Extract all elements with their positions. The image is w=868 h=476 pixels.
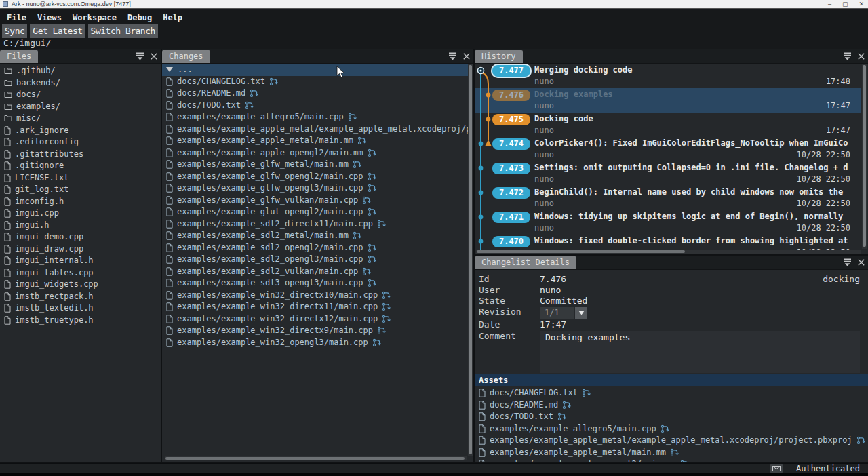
close-icon[interactable]	[463, 53, 470, 60]
file-tree-item[interactable]: imgui.cpp	[0, 207, 161, 220]
expander-triangle-icon[interactable]	[166, 66, 173, 73]
changed-file-row[interactable]: examples/example_sdl2_opengl3/main.cpp	[162, 254, 473, 266]
changed-file-row[interactable]: examples/example_win32_directx12/main.cp…	[162, 313, 473, 325]
filter-icon[interactable]	[136, 52, 144, 60]
maximize-button[interactable]: ▢	[842, 0, 848, 9]
changed-file-row[interactable]: examples/example_apple_metal/example_app…	[162, 123, 473, 136]
changes-vertical-scrollbar[interactable]	[468, 64, 473, 456]
menu-item-help[interactable]: Help	[157, 12, 188, 24]
file-tree-item[interactable]: .ark_ignore	[0, 125, 161, 137]
changed-file-row[interactable]: examples/example_apple_opengl2/main.mm	[162, 147, 473, 159]
history-vertical-scrollbar[interactable]	[862, 64, 867, 249]
panel-close-button[interactable]	[151, 53, 157, 60]
file-tree-item[interactable]: examples/	[0, 101, 161, 113]
asset-file-row[interactable]: examples/example_apple_opengl2/main.mm	[475, 458, 868, 462]
history-horizontal-scrollbar[interactable]	[476, 250, 861, 254]
changed-file-row[interactable]: examples/example_sdl2_vulkan/main.cpp	[162, 266, 473, 278]
toolbar-button-get-latest[interactable]: Get Latest	[30, 24, 85, 38]
tab-changelist-details[interactable]: Changelist Details	[475, 256, 576, 269]
asset-file-row[interactable]: examples/example_apple_metal/example_app…	[475, 435, 868, 447]
file-tree-item[interactable]: LICENSE.txt	[0, 172, 161, 184]
revision-select[interactable]: 1/1	[540, 307, 574, 319]
close-icon[interactable]	[858, 259, 865, 266]
tab-changes[interactable]: Changes	[162, 50, 210, 63]
tab-files[interactable]: Files	[0, 50, 38, 63]
panel-filter-button[interactable]	[136, 52, 144, 60]
asset-file-row[interactable]: docs/TODO.txt	[475, 411, 868, 423]
file-tree-item[interactable]: imstb_truetype.h	[0, 315, 161, 327]
changed-file-row[interactable]: examples/example_apple_metal/main.mm	[162, 135, 473, 147]
menu-item-workspace[interactable]: Workspace	[67, 12, 122, 24]
changed-file-row[interactable]: examples/example_win32_directx11/main.cp…	[162, 301, 473, 313]
changed-file-row[interactable]: examples/example_allegro5/main.cpp	[162, 111, 473, 123]
file-tree-item[interactable]: backends/	[0, 77, 161, 90]
minimize-button[interactable]: –	[828, 0, 831, 9]
panel-close-button[interactable]	[858, 259, 865, 266]
filter-icon[interactable]	[843, 258, 852, 266]
changed-file-row[interactable]: examples/example_sdl2_metal/main.mm	[162, 230, 473, 242]
file-tree-item[interactable]: .gitattributes	[0, 148, 161, 161]
close-icon[interactable]	[151, 53, 157, 60]
comment-textbox[interactable]: Docking examples	[540, 331, 860, 373]
changes-root-row[interactable]: ...	[162, 64, 473, 76]
file-tree-item[interactable]: imconfig.h	[0, 196, 161, 208]
panel-close-button[interactable]	[858, 53, 865, 60]
changed-file-row[interactable]: examples/example_glfw_vulkan/main.cpp	[162, 195, 473, 207]
changed-file-row[interactable]: examples/example_glfw_metal/main.mm	[162, 159, 473, 171]
file-tree-item[interactable]: .github/	[0, 65, 161, 77]
file-tree-item[interactable]: imgui_demo.cpp	[0, 231, 161, 243]
changed-file-row[interactable]: examples/example_win32_directx10/main.cp…	[162, 290, 473, 302]
file-tree-item[interactable]: imstb_rectpack.h	[0, 291, 161, 303]
changed-file-row[interactable]: examples/example_glfw_opengl3/main.cpp	[162, 182, 473, 195]
file-tree-item[interactable]: docs/	[0, 89, 161, 101]
changed-file-row[interactable]: docs/README.md	[162, 87, 473, 100]
file-tree-item[interactable]: .editorconfig	[0, 136, 161, 148]
panel-close-button[interactable]	[463, 53, 470, 60]
filter-icon[interactable]	[843, 52, 852, 60]
menu-item-views[interactable]: Views	[32, 12, 67, 24]
file-tree-item[interactable]: misc/	[0, 113, 161, 125]
asset-file-row[interactable]: examples/example_allegro5/main.cpp	[475, 423, 868, 435]
changed-file-row[interactable]: examples/example_win32_opengl3/main.cpp	[162, 337, 473, 349]
changes-horizontal-scrollbar[interactable]	[165, 456, 467, 460]
changed-file-row[interactable]: examples/example_glfw_opengl2/main.cpp	[162, 171, 473, 183]
file-tree-item[interactable]: git_log.txt	[0, 184, 161, 196]
file-tree-item[interactable]: .gitignore	[0, 160, 161, 172]
asset-file-row[interactable]: docs/CHANGELOG.txt	[475, 387, 868, 399]
file-tree-item[interactable]: imstb_textedit.h	[0, 302, 161, 315]
menu-item-file[interactable]: File	[1, 12, 32, 24]
file-tree-item[interactable]: imgui.h	[0, 220, 161, 232]
changed-file-row[interactable]: examples/example_glut_opengl2/main.cpp	[162, 206, 473, 218]
panel-filter-button[interactable]	[843, 258, 852, 266]
panel-filter-button[interactable]	[843, 52, 852, 60]
mail-indicator[interactable]	[770, 464, 783, 473]
toolbar-button-sync[interactable]: Sync	[2, 24, 27, 38]
asset-file-row[interactable]: examples/example_apple_metal/main.mm	[475, 447, 868, 459]
toolbar-button-switch-branch[interactable]: Switch Branch	[88, 24, 158, 38]
revision-dropdown-button[interactable]	[575, 307, 587, 319]
history-entry-7.470[interactable]: 7.470 Windows: fixed double-clicked bord…	[475, 235, 861, 250]
changed-file-row[interactable]: examples/example_sdl3_opengl3/main.cpp	[162, 277, 473, 290]
tab-history[interactable]: History	[475, 50, 523, 63]
history-entry-7.476[interactable]: 7.476 Docking examples nuno 17:47	[475, 88, 861, 113]
file-tree-item[interactable]: imgui_tables.cpp	[0, 267, 161, 279]
close-button[interactable]: ✕	[859, 0, 864, 9]
asset-file-row[interactable]: docs/README.md	[475, 399, 868, 412]
file-tree-item[interactable]: imgui_widgets.cpp	[0, 279, 161, 291]
changed-file-row[interactable]: examples/example_sdl2_directx11/main.cpp	[162, 218, 473, 231]
close-icon[interactable]	[858, 53, 865, 60]
history-entry-7.471[interactable]: 7.471 Windows: tidying up skipitems logi…	[475, 210, 861, 235]
history-entry-7.472[interactable]: 7.472 BeginChild(): Internal name used b…	[475, 186, 861, 210]
changed-file-row[interactable]: examples/example_win32_directx9/main.cpp	[162, 325, 473, 337]
changed-file-row[interactable]: docs/CHANGELOG.txt	[162, 76, 473, 88]
menu-item-debug[interactable]: Debug	[122, 12, 157, 24]
history-entry-7.475[interactable]: 7.475 Docking code nuno 17:47	[475, 113, 861, 137]
history-entry-7.473[interactable]: 7.473 Settings: omit outputing Collapsed…	[475, 161, 861, 186]
history-entry-7.477[interactable]: 7.477 Merging docking code nuno 17:48	[475, 64, 861, 88]
changed-file-row[interactable]: docs/TODO.txt	[162, 100, 473, 112]
panel-filter-button[interactable]	[448, 52, 457, 60]
history-entry-7.474[interactable]: 7.474 ColorPicker4(): Fixed ImGuiColorEd…	[475, 137, 861, 161]
changed-file-row[interactable]: examples/example_sdl2_opengl2/main.cpp	[162, 242, 473, 254]
file-tree-item[interactable]: imgui_internal.h	[0, 255, 161, 267]
filter-icon[interactable]	[448, 52, 457, 60]
